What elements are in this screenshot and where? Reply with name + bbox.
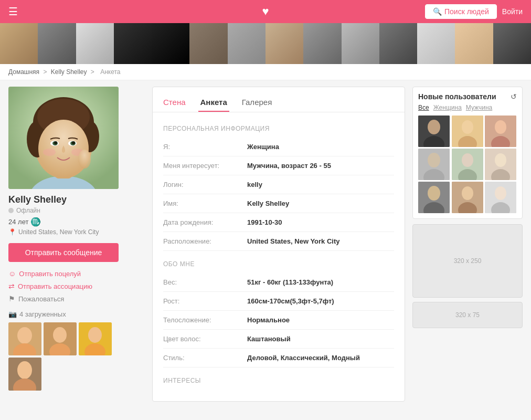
tab-gallery[interactable]: Галерея	[240, 93, 274, 112]
user-thumb-2[interactable]	[452, 116, 483, 147]
strip-photo-8[interactable]	[266, 23, 303, 64]
breadcrumb: Домашняя > Kelly Shelley > Анкета	[0, 64, 531, 80]
row-value: 160см-170см(5,3фт-5,7фт)	[247, 292, 394, 311]
row-label: Вес:	[163, 273, 247, 292]
heart-logo-icon: ♥	[262, 5, 269, 18]
user-thumb-1[interactable]	[418, 116, 450, 147]
strip-photo-14[interactable]	[493, 23, 531, 64]
strip-photo-4[interactable]	[114, 23, 152, 64]
row-label: Дата рождения:	[163, 213, 247, 232]
strip-photo-2[interactable]	[38, 23, 76, 64]
photos-header: 📷 4 загруженных	[8, 310, 145, 318]
user-thumb-3[interactable]	[485, 116, 516, 147]
new-users-title: Новые пользователи	[418, 92, 496, 101]
strip-photo-3[interactable]	[76, 23, 114, 64]
strip-photo-6[interactable]	[189, 23, 227, 64]
ad-block-small: 320 x 75	[412, 302, 523, 328]
user-thumb-6[interactable]	[485, 149, 516, 180]
svg-point-25	[88, 327, 102, 343]
row-value: Каштановый	[247, 330, 394, 349]
strip-photo-12[interactable]	[417, 23, 455, 64]
strip-photo-9[interactable]	[303, 23, 341, 64]
strip-photo-13[interactable]	[455, 23, 493, 64]
send-message-button[interactable]: Отправить сообщение	[8, 243, 119, 262]
tab-anketa[interactable]: Анкета	[198, 93, 229, 112]
photos-grid	[8, 322, 145, 391]
row-label: Цвет волос:	[163, 330, 247, 349]
search-people-button[interactable]: 🔍 Поиск людей	[425, 4, 497, 19]
filter-female[interactable]: Женщина	[433, 104, 462, 111]
strip-photo-11[interactable]	[379, 23, 417, 64]
row-value: 1991-10-30	[247, 213, 394, 232]
row-value: Женщина	[247, 138, 394, 156]
breadcrumb-name[interactable]: Kelly Shelley	[51, 68, 87, 76]
photo-thumb-2[interactable]	[44, 322, 77, 355]
user-thumb-4[interactable]	[418, 149, 450, 180]
user-thumb-8[interactable]	[452, 182, 483, 213]
new-users-header: Новые пользователи ↺	[418, 92, 517, 101]
strip-photo-5[interactable]	[152, 23, 189, 64]
middle-column: Стена Анкета Галерея ПЕРСОНАЛЬНАЯ ИНФОРМ…	[152, 87, 405, 402]
svg-point-13	[54, 141, 57, 144]
row-label: Телосложение:	[163, 311, 247, 330]
profile-status: Офлайн	[8, 207, 145, 214]
row-value: United States, New York City	[247, 232, 394, 251]
refresh-icon[interactable]: ↺	[511, 92, 517, 101]
send-kiss-link[interactable]: ☺ Отправить поцелуй	[8, 269, 145, 278]
filter-tabs: Все Женщина Мужчина	[418, 104, 517, 111]
location-pin-icon: 📍	[8, 228, 16, 236]
breadcrumb-home[interactable]: Домашняя	[8, 68, 39, 76]
header-left: ☰	[8, 5, 18, 18]
hamburger-menu-icon[interactable]: ☰	[8, 5, 18, 18]
table-row: Цвет волос:Каштановый	[163, 330, 394, 349]
interests-title: ИНТЕРЕСЫ	[163, 377, 394, 384]
flag-icon: ⚑	[8, 295, 15, 303]
users-grid	[418, 116, 517, 213]
ad-block-large: 320 x 250	[412, 224, 523, 298]
search-icon: 🔍	[433, 7, 442, 16]
strip-photo-10[interactable]	[342, 23, 379, 64]
photo-thumb-3[interactable]	[79, 322, 112, 355]
strip-photo-1[interactable]	[0, 23, 38, 64]
zodiac-icon: ♏	[30, 217, 41, 227]
table-row: Имя:Kelly Shelley	[163, 194, 394, 213]
table-row: Я:Женщина	[163, 138, 394, 156]
row-label: Имя:	[163, 194, 247, 213]
new-users-section: Новые пользователи ↺ Все Женщина Мужчина	[412, 87, 523, 219]
profile-photo[interactable]	[8, 87, 119, 189]
send-association-link[interactable]: ⇄ Отправить ассоциацию	[8, 282, 145, 290]
user-thumb-7[interactable]	[418, 182, 450, 213]
header: ☰ ♥ 🔍 Поиск людей Войти	[0, 0, 531, 23]
strip-photo-7[interactable]	[228, 23, 266, 64]
row-label: Я:	[163, 138, 247, 156]
row-value: kelly	[247, 175, 394, 194]
svg-point-31	[428, 120, 440, 134]
photo-thumb-4[interactable]	[8, 358, 41, 391]
report-link[interactable]: ⚑ Пожаловаться	[8, 295, 145, 303]
row-label: Меня интересует:	[163, 156, 247, 175]
login-button[interactable]: Войти	[502, 7, 523, 16]
user-thumb-9[interactable]	[485, 182, 516, 213]
svg-point-34	[462, 120, 473, 134]
filter-male[interactable]: Мужчина	[466, 104, 492, 111]
status-dot-icon	[8, 208, 14, 213]
profile-body: ПЕРСОНАЛЬНАЯ ИНФОРМАЦИЯ Я:ЖенщинаМеня ин…	[153, 112, 405, 398]
about-me-table: Вес:51кг - 60кг (113-133фунта)Рост:160см…	[163, 273, 394, 368]
profile-name: Kelly Shelley	[8, 194, 145, 205]
user-thumb-5[interactable]	[452, 149, 483, 180]
table-row: Дата рождения:1991-10-30	[163, 213, 394, 232]
profile-age: 24 лет ♏	[8, 217, 145, 227]
row-label: Рост:	[163, 292, 247, 311]
row-value: Нормальное	[247, 311, 394, 330]
photo-thumb-1[interactable]	[8, 322, 41, 355]
main-content: Kelly Shelley Офлайн 24 лет ♏ 📍 United S…	[0, 80, 531, 408]
svg-point-55	[495, 186, 506, 200]
filter-all[interactable]: Все	[418, 104, 429, 111]
svg-point-22	[53, 327, 67, 343]
profile-location: 📍 United States, New York City	[8, 228, 145, 236]
table-row: Рост:160см-170см(5,3фт-5,7фт)	[163, 292, 394, 311]
svg-point-40	[428, 153, 440, 167]
tab-wall[interactable]: Стена	[161, 93, 188, 112]
svg-point-49	[428, 186, 440, 201]
row-label: Стиль:	[163, 349, 247, 368]
